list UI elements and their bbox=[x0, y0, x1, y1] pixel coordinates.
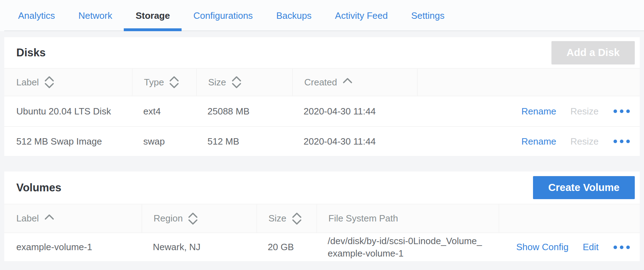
ellipsis-icon[interactable] bbox=[613, 243, 631, 251]
sort-both-icon bbox=[188, 212, 198, 225]
volumes-column-size-text: Size bbox=[268, 213, 287, 224]
disks-column-actions bbox=[417, 69, 640, 96]
disks-column-label[interactable]: Label bbox=[4, 69, 132, 96]
disks-column-label-text: Label bbox=[16, 77, 39, 88]
volumes-column-path-text: File System Path bbox=[328, 213, 398, 224]
tab-configurations[interactable]: Configurations bbox=[182, 0, 265, 31]
disk-row-actions: Rename Resize bbox=[417, 136, 640, 147]
tab-activity-feed[interactable]: Activity Feed bbox=[323, 0, 400, 31]
disk-row-ubuntu: Ubuntu 20.04 LTS Disk ext4 25088 MB 2020… bbox=[4, 96, 640, 126]
volumes-column-size[interactable]: Size bbox=[256, 204, 316, 232]
disks-card: Disks Add a Disk Label Type Size Created bbox=[4, 37, 640, 156]
disks-column-size[interactable]: Size bbox=[196, 69, 292, 96]
disks-column-type[interactable]: Type bbox=[132, 69, 196, 96]
disks-table-header: Label Type Size Created bbox=[4, 68, 640, 96]
disk-label-cell: Ubuntu 20.04 LTS Disk bbox=[4, 106, 132, 117]
ellipsis-icon[interactable] bbox=[613, 107, 631, 115]
volume-size-cell: 20 GB bbox=[256, 242, 316, 253]
tab-network[interactable]: Network bbox=[67, 0, 124, 31]
volumes-card-header: Volumes Create Volume bbox=[4, 171, 640, 204]
disk-row-actions: Rename Resize bbox=[417, 106, 640, 117]
disks-column-created[interactable]: Created bbox=[292, 69, 417, 96]
tab-storage[interactable]: Storage bbox=[124, 0, 182, 31]
disk-size-cell: 25088 MB bbox=[196, 106, 292, 117]
volumes-column-label[interactable]: Label bbox=[4, 204, 141, 232]
rename-link[interactable]: Rename bbox=[521, 136, 556, 147]
volumes-column-path: File System Path bbox=[316, 204, 499, 232]
storage-tab-bar: Analytics Network Storage Configurations… bbox=[0, 0, 644, 31]
volumes-table-header: Label Region Size File System Path bbox=[4, 204, 640, 233]
volumes-card: Volumes Create Volume Label Region Size … bbox=[4, 171, 640, 261]
disk-type-cell: swap bbox=[132, 136, 196, 147]
volumes-column-region[interactable]: Region bbox=[141, 204, 256, 232]
volumes-column-label-text: Label bbox=[16, 213, 39, 224]
show-config-link[interactable]: Show Config bbox=[516, 242, 568, 253]
edit-link[interactable]: Edit bbox=[583, 242, 599, 253]
tab-backups[interactable]: Backups bbox=[265, 0, 323, 31]
tab-analytics[interactable]: Analytics bbox=[6, 0, 67, 31]
tab-settings[interactable]: Settings bbox=[399, 0, 456, 31]
disks-title: Disks bbox=[16, 46, 46, 59]
volumes-column-actions bbox=[499, 204, 640, 232]
resize-link: Resize bbox=[571, 136, 599, 147]
create-volume-button[interactable]: Create Volume bbox=[533, 176, 635, 199]
volume-label-cell: example-volume-1 bbox=[4, 242, 141, 253]
sort-asc-icon bbox=[342, 77, 353, 84]
volume-region-cell: Newark, NJ bbox=[141, 242, 256, 253]
resize-link: Resize bbox=[571, 106, 599, 117]
sort-both-icon bbox=[44, 76, 55, 89]
disk-row-swap: 512 MB Swap Image swap 512 MB 2020-04-30… bbox=[4, 126, 640, 156]
disk-type-cell: ext4 bbox=[132, 106, 196, 117]
volume-row-actions: Show Config Edit bbox=[499, 242, 640, 253]
volumes-column-region-text: Region bbox=[154, 213, 183, 224]
rename-link[interactable]: Rename bbox=[521, 106, 556, 117]
sort-both-icon bbox=[169, 76, 179, 89]
disks-card-header: Disks Add a Disk bbox=[4, 37, 640, 68]
volume-path-cell: /dev/disk/by-id/scsi-0Linode_Volume_exam… bbox=[316, 235, 499, 260]
add-a-disk-button: Add a Disk bbox=[551, 41, 635, 64]
disks-column-created-text: Created bbox=[304, 77, 337, 88]
sort-asc-icon bbox=[44, 214, 55, 220]
disk-created-cell: 2020-04-30 11:44 bbox=[292, 136, 417, 147]
volume-row-example: example-volume-1 Newark, NJ 20 GB /dev/d… bbox=[4, 233, 640, 261]
disk-created-cell: 2020-04-30 11:44 bbox=[292, 106, 417, 117]
disk-label-cell: 512 MB Swap Image bbox=[4, 136, 132, 147]
sort-both-icon bbox=[231, 76, 242, 89]
sort-both-icon bbox=[292, 212, 302, 225]
disk-size-cell: 512 MB bbox=[196, 136, 292, 147]
disks-column-size-text: Size bbox=[208, 77, 226, 88]
volumes-title: Volumes bbox=[16, 181, 61, 194]
ellipsis-icon[interactable] bbox=[613, 137, 631, 145]
disks-column-type-text: Type bbox=[144, 77, 164, 88]
